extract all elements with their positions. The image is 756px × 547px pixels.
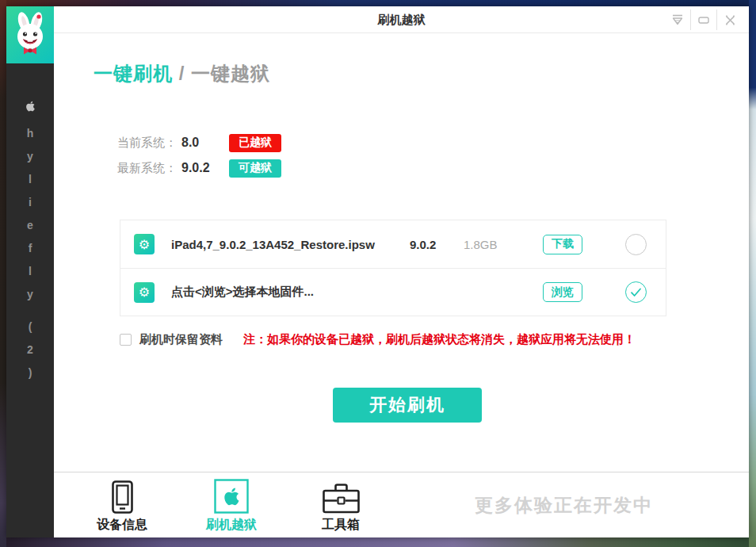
desktop-wallpaper-bottom <box>0 537 756 547</box>
window-title: 刷机越狱 <box>54 6 749 33</box>
minimize-button[interactable] <box>691 6 716 33</box>
rabbit-icon <box>12 12 48 58</box>
start-flash-button[interactable]: 开始刷机 <box>333 388 482 423</box>
device-letter: h <box>27 127 34 140</box>
browse-button[interactable]: 浏览 <box>543 282 582 302</box>
firmware-row[interactable]: ⚙ 点击<浏览>选择本地固件... 浏览 <box>120 268 666 316</box>
firmware-table: ⚙ iPad4,7_9.0.2_13A452_Restore.ipsw 9.0.… <box>120 220 666 316</box>
page-title-secondary: 一键越狱 <box>191 63 270 84</box>
minimize-icon <box>698 17 709 24</box>
page-title-separator: / <box>173 63 191 84</box>
desktop-wallpaper-left <box>0 0 6 547</box>
window-controls <box>665 6 743 33</box>
sidebar: h y l i e f l y ( 2 ) <box>6 6 54 537</box>
firmware-name: iPad4,7_9.0.2_13A452_Restore.ipsw <box>171 238 410 251</box>
apple-jailbreak-icon <box>214 477 249 514</box>
desktop-wallpaper-top <box>0 0 756 6</box>
desktop-wallpaper-right <box>749 0 756 547</box>
toolbox-icon <box>323 477 360 514</box>
current-system-value: 8.0 <box>181 136 220 150</box>
jailbreak-warning: 注：如果你的设备已越狱，刷机后越狱状态将消失，越狱应用将无法使用！ <box>243 332 636 347</box>
menu-icon <box>671 14 684 25</box>
tab-flash-jailbreak-label: 刷机越狱 <box>206 517 257 534</box>
local-firmware-placeholder: 点击<浏览>选择本地固件... <box>171 285 516 300</box>
page-title: 一键刷机 / 一键越狱 <box>94 61 749 86</box>
tab-device-info[interactable]: 设备信息 <box>83 477 161 534</box>
firmware-size: 1.8GB <box>464 238 516 251</box>
device-letter: f <box>29 242 32 255</box>
firmware-radio-unselected[interactable] <box>625 234 647 255</box>
device-letter: y <box>27 288 33 301</box>
device-letter: i <box>29 196 32 209</box>
current-system-row: 当前系统： 8.0 已越狱 <box>117 131 281 155</box>
download-button[interactable]: 下载 <box>543 235 582 254</box>
firmware-radio-selected[interactable] <box>625 281 647 303</box>
device-letter: ( <box>29 320 32 334</box>
close-button[interactable] <box>717 6 743 33</box>
options-row: 刷机时保留资料 注：如果你的设备已越狱，刷机后越狱状态将消失，越狱应用将无法使用… <box>120 332 636 347</box>
device-info-icon <box>112 477 133 514</box>
device-name-vertical: h y l i e f l y ( 2 ) <box>6 98 54 389</box>
keep-data-checkbox[interactable] <box>120 334 132 346</box>
keep-data-label: 刷机时保留资料 <box>139 332 223 347</box>
jailbroken-badge: 已越狱 <box>229 134 281 152</box>
tab-flash-jailbreak[interactable]: 刷机越狱 <box>193 477 270 534</box>
device-letter: e <box>27 219 33 232</box>
menu-button[interactable] <box>665 6 690 33</box>
tab-device-info-label: 设备信息 <box>97 517 147 534</box>
firmware-version: 9.0.2 <box>410 238 454 251</box>
device-letter: l <box>29 265 32 278</box>
system-info: 当前系统： 8.0 已越狱 最新系统： 9.0.2 可越狱 <box>117 131 281 182</box>
footer-tab-bar: 设备信息 刷机越狱 <box>54 472 749 537</box>
app-logo <box>6 6 54 63</box>
device-letter: l <box>29 173 32 186</box>
main-content: 一键刷机 / 一键越狱 当前系统： 8.0 已越狱 最新系统： 9.0.2 可越… <box>54 34 749 537</box>
tab-toolbox[interactable]: 工具箱 <box>302 477 380 534</box>
checkmark-icon <box>630 288 642 297</box>
page-title-primary: 一键刷机 <box>94 63 173 84</box>
jailbreakable-badge: 可越狱 <box>229 159 281 178</box>
titlebar: 刷机越狱 <box>54 6 749 33</box>
latest-system-value: 9.0.2 <box>181 161 220 175</box>
latest-system-row: 最新系统： 9.0.2 可越狱 <box>117 156 281 180</box>
device-letter: ) <box>29 366 32 380</box>
tab-toolbox-label: 工具箱 <box>322 517 360 534</box>
apple-icon <box>24 98 37 114</box>
promo-text: 更多体验正在开发中 <box>475 493 653 518</box>
current-system-label: 当前系统： <box>117 136 177 151</box>
firmware-gear-icon: ⚙ <box>134 282 155 303</box>
latest-system-label: 最新系统： <box>117 161 177 176</box>
close-icon <box>725 15 735 25</box>
device-letter: y <box>27 150 33 163</box>
firmware-row[interactable]: ⚙ iPad4,7_9.0.2_13A452_Restore.ipsw 9.0.… <box>120 220 666 268</box>
device-letter: 2 <box>27 343 33 357</box>
app-window: 刷机越狱 <box>6 6 749 537</box>
firmware-gear-icon: ⚙ <box>134 234 155 254</box>
